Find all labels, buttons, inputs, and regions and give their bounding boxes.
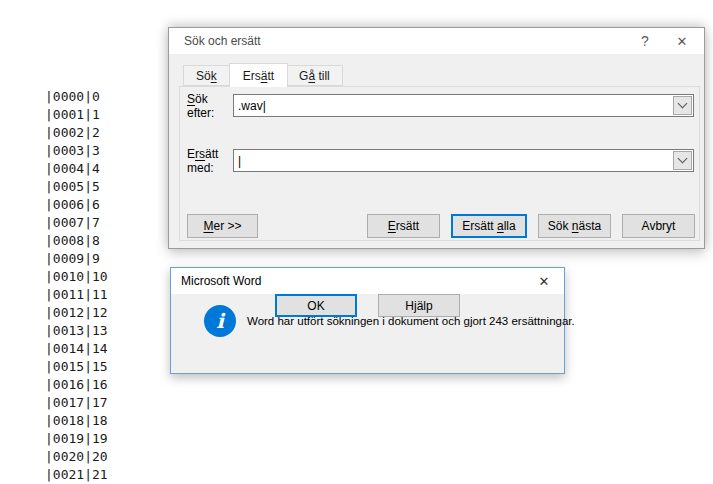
find-next-button[interactable]: Sök nästa [538,214,611,238]
document-line: |0014|14 [45,340,108,358]
document-line: |0005|5 [45,178,108,196]
replace-with-label: Ersätt med: [187,147,233,175]
cancel-button[interactable]: Avbryt [622,214,695,238]
document-line: |0015|15 [45,358,108,376]
message-box-title: Microsoft Word [171,274,261,288]
document-line: |0019|19 [45,430,108,448]
chevron-down-icon [678,154,688,164]
document-line: |0013|13 [45,322,108,340]
ok-button[interactable]: OK [275,294,357,317]
document-text-column: |0000|0|0001|1|0002|2|0003|3|0004|4|0005… [45,88,108,484]
document-line: |0001|1 [45,106,108,124]
message-box-titlebar[interactable]: Microsoft Word ✕ [171,268,564,294]
find-what-value: .wav| [234,99,266,113]
document-line: |0011|11 [45,286,108,304]
find-what-label: Sök efter: [187,92,233,120]
replace-with-dropdown-button[interactable] [673,151,692,170]
document-line: |0007|7 [45,214,108,232]
replace-button[interactable]: Ersätt [367,214,440,238]
document-line: |0018|18 [45,412,108,430]
find-dialog-titlebar[interactable]: Sök och ersätt ? ✕ [169,28,704,54]
document-line: |0010|10 [45,268,108,286]
chevron-down-icon [678,99,688,109]
document-line: |0021|21 [45,466,108,484]
dialog-button-group: Ersätt Ersätt alla Sök nästa Avbryt [367,214,695,238]
find-what-dropdown-button[interactable] [673,96,692,115]
word-message-box: Microsoft Word ✕ i Word har utfört sökni… [170,267,565,374]
tab-replace[interactable]: Ersätt [229,63,288,87]
document-line: |0000|0 [45,88,108,106]
tab-goto[interactable]: Gå till [287,65,343,86]
document-line: |0004|4 [45,160,108,178]
find-what-combobox[interactable]: .wav| [233,94,694,117]
document-line: |0003|3 [45,142,108,160]
replace-with-value: | [234,154,241,168]
document-line: |0002|2 [45,124,108,142]
document-line: |0016|16 [45,376,108,394]
tabstrip: Sök Ersätt Gå till [183,63,343,86]
close-icon[interactable]: ✕ [529,268,559,294]
more-button[interactable]: Mer >> [187,214,258,238]
find-dialog-title: Sök och ersätt [169,34,261,48]
find-replace-dialog: Sök och ersätt ? ✕ Sök Ersätt Gå till Sö… [168,27,705,249]
replace-with-combobox[interactable]: | [233,149,694,172]
replace-all-button[interactable]: Ersätt alla [451,214,527,238]
help-icon[interactable]: ? [630,28,660,54]
info-icon: i [204,305,236,337]
document-line: |0006|6 [45,196,108,214]
document-line: |0012|12 [45,304,108,322]
close-icon[interactable]: ✕ [667,28,697,54]
replace-tab-panel: Sök efter: .wav| Ersätt med: | Mer >> [179,86,700,241]
document-line: |0017|17 [45,394,108,412]
document-line: |0008|8 [45,232,108,250]
document-line: |0020|20 [45,448,108,466]
document-line: |0009|9 [45,250,108,268]
help-button[interactable]: Hjälp [378,294,460,317]
tab-search[interactable]: Sök [183,65,230,86]
